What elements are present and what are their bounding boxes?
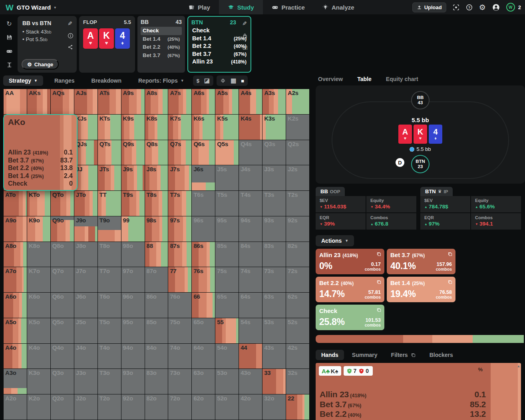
- hand-cell-72o[interactable]: 72o: [168, 394, 191, 420]
- hand-cell-T9o[interactable]: T9o: [98, 216, 121, 242]
- hand-cell-75s[interactable]: 75s: [215, 267, 239, 292]
- hand-cell-K6s[interactable]: K6s: [192, 115, 215, 140]
- hand-cell-22[interactable]: 22: [286, 394, 309, 420]
- hand-cell-63o[interactable]: 63o: [192, 369, 215, 394]
- hand-cell-J2s[interactable]: J2s: [286, 165, 309, 190]
- hand-cell-75o[interactable]: 75o: [168, 318, 191, 343]
- hand-cell-A3o[interactable]: A3o: [4, 369, 27, 394]
- hands-tab-blockers[interactable]: Blockers: [424, 350, 459, 360]
- hand-cell-65s[interactable]: 65s: [215, 293, 239, 318]
- hand-cell-QTs[interactable]: QTs: [98, 140, 121, 165]
- hand-cell-64o[interactable]: 64o: [192, 344, 215, 369]
- seat-btn[interactable]: BTN 23: [411, 155, 430, 173]
- hand-cell-TT[interactable]: TT: [98, 191, 121, 216]
- hand-cell-55[interactable]: 55: [215, 318, 239, 343]
- hand-cell-K2o[interactable]: K2o: [27, 394, 50, 420]
- right-tab-overview[interactable]: Overview: [312, 74, 349, 84]
- contrast-icon[interactable]: ◪: [204, 77, 210, 84]
- hand-cell-77[interactable]: 77: [168, 267, 191, 292]
- settings-gear-icon[interactable]: ⚙: [479, 4, 486, 11]
- hand-cell-64s[interactable]: 64s: [239, 293, 262, 318]
- action-button-bet-1-4[interactable]: Bet 1.4(25%)19.4%76.58combos: [387, 277, 455, 302]
- hand-cell-44[interactable]: 44: [239, 344, 262, 369]
- hand-cell-53o[interactable]: 53o: [215, 369, 239, 394]
- hand-cell-94s[interactable]: 94s: [239, 216, 262, 242]
- hand-cell-T9s[interactable]: T9s: [121, 191, 145, 216]
- hand-cell-93s[interactable]: 93s: [262, 216, 286, 242]
- nav-item-practice[interactable]: Practice: [263, 0, 314, 14]
- action-button-allin-23[interactable]: Allin 23(418%)0%0.17combos: [316, 249, 384, 274]
- tab-reports-flops[interactable]: Reports: Flops▼: [133, 75, 190, 86]
- action-button-bet-2-2[interactable]: Bet 2.2(40%)14.7%57.81combos: [316, 277, 384, 302]
- hand-cell-K6o[interactable]: K6o: [27, 293, 50, 318]
- copy-icon[interactable]: [376, 279, 382, 285]
- hand-cell-AQs[interactable]: AQs: [51, 89, 74, 114]
- hand-cell-K4o[interactable]: K4o: [27, 344, 50, 369]
- action-button-check[interactable]: Check25.8%101.53combos: [316, 305, 384, 330]
- hand-cell-54s[interactable]: 54s: [239, 318, 262, 343]
- right-tab-equity-chart[interactable]: Equity chart: [380, 74, 425, 84]
- hand-cell-K7s[interactable]: K7s: [168, 115, 191, 140]
- hand-cell-KJs[interactable]: KJs: [74, 115, 97, 140]
- hand-cell-52s[interactable]: 52s: [286, 318, 309, 343]
- hand-cell-Q4s[interactable]: Q4s: [239, 140, 262, 165]
- hand-cell-A5s[interactable]: A5s: [215, 89, 239, 114]
- hand-cell-K9s[interactable]: K9s: [121, 115, 145, 140]
- hand-cell-T2o[interactable]: T2o: [98, 394, 121, 420]
- hand-cell-T6o[interactable]: T6o: [98, 293, 121, 318]
- action-button-bet-3-7[interactable]: Bet 3.7(67%)40.1%157.96combos: [387, 249, 455, 274]
- hand-cell-A4s[interactable]: A4s: [239, 89, 262, 114]
- hand-cell-K3s[interactable]: K3s: [262, 115, 286, 140]
- hand-cell-J6o[interactable]: J6o: [74, 293, 97, 318]
- gamepad-icon[interactable]: [6, 47, 13, 55]
- hand-cell-Q4o[interactable]: Q4o: [51, 344, 74, 369]
- hand-cell-32o[interactable]: 32o: [262, 394, 286, 420]
- hand-cell-T6s[interactable]: T6s: [192, 191, 215, 216]
- collapse-icon[interactable]: [220, 78, 226, 83]
- scan-icon[interactable]: [453, 4, 459, 11]
- hand-cell-Q6o[interactable]: Q6o: [51, 293, 74, 318]
- hand-cell-A3s[interactable]: A3s: [262, 89, 286, 114]
- hand-cell-87o[interactable]: 87o: [145, 267, 168, 292]
- tab-breakdown[interactable]: Breakdown: [86, 75, 127, 86]
- hand-cell-43s[interactable]: 43s: [262, 344, 286, 369]
- hand-cell-54o[interactable]: 54o: [215, 344, 239, 369]
- nav-item-play[interactable]: Play: [180, 0, 219, 14]
- hand-cell-93o[interactable]: 93o: [121, 369, 145, 394]
- hand-cell-A5o[interactable]: A5o: [4, 318, 27, 343]
- hand-cell-Q9o[interactable]: Q9o: [51, 216, 74, 242]
- hand-cell-JJ[interactable]: JJ: [74, 165, 97, 190]
- copy-icon[interactable]: [447, 279, 453, 285]
- hand-cell-86s[interactable]: 86s: [192, 242, 215, 267]
- hand-cell-A6s[interactable]: A6s: [192, 89, 215, 114]
- hand-cell-J7o[interactable]: J7o: [74, 267, 97, 292]
- edit-pencil-icon[interactable]: ✎: [68, 20, 74, 27]
- hand-cell-A4o[interactable]: A4o: [4, 344, 27, 369]
- hand-cell-K5o[interactable]: K5o: [27, 318, 50, 343]
- hand-cell-J9o[interactable]: J9o: [74, 216, 97, 242]
- hand-cell-73s[interactable]: 73s: [262, 267, 286, 292]
- dollar-icon[interactable]: $: [197, 78, 199, 84]
- nav-item-analyze[interactable]: Analyze: [314, 0, 363, 14]
- copy-icon[interactable]: [376, 252, 382, 257]
- hand-cell-JTo[interactable]: JTo: [74, 191, 97, 216]
- node-action-bet-1-4[interactable]: Bet 1.4(25%): [141, 35, 182, 44]
- hand-cell-T5o[interactable]: T5o: [98, 318, 121, 343]
- hand-cell-Q3o[interactable]: Q3o: [51, 369, 74, 394]
- hand-cell-T7o[interactable]: T7o: [98, 267, 121, 292]
- hand-cell-T5s[interactable]: T5s: [215, 191, 239, 216]
- hand-cell-62o[interactable]: 62o: [192, 394, 215, 420]
- hand-cell-43o[interactable]: 43o: [239, 369, 262, 394]
- square-view-icon[interactable]: ■: [241, 78, 244, 84]
- compare-split-icon[interactable]: [242, 45, 248, 51]
- hand-cell-KTs[interactable]: KTs: [98, 115, 121, 140]
- hand-cell-T7s[interactable]: T7s: [168, 191, 191, 216]
- hand-cell-96o[interactable]: 96o: [121, 293, 145, 318]
- hand-cell-QJs[interactable]: QJs: [74, 140, 97, 165]
- hand-cell-76s[interactable]: 76s: [192, 267, 215, 292]
- hand-cell-82s[interactable]: 82s: [286, 242, 309, 267]
- hand-cell-94o[interactable]: 94o: [121, 344, 145, 369]
- hand-cell-Q5o[interactable]: Q5o: [51, 318, 74, 343]
- hands-tab-filters[interactable]: Filters: [386, 350, 422, 360]
- node-action-bet-2-2[interactable]: Bet 2.2(40%): [191, 42, 247, 50]
